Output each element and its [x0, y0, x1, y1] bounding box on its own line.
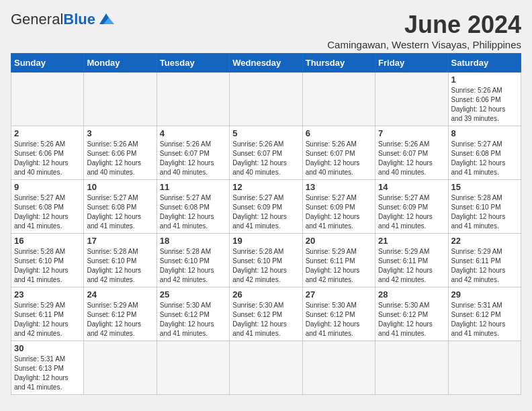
- day-number: 21: [378, 236, 445, 246]
- day-info: Sunrise: 5:26 AM Sunset: 6:06 PM Dayligh…: [451, 86, 518, 124]
- day-number: 3: [87, 128, 153, 138]
- weekday-header-friday: Friday: [375, 54, 448, 73]
- calendar-day-cell: 23Sunrise: 5:29 AM Sunset: 6:11 PM Dayli…: [11, 287, 84, 341]
- calendar-day-cell: 12Sunrise: 5:27 AM Sunset: 6:09 PM Dayli…: [230, 180, 302, 234]
- logo-blue-text: Blue: [63, 11, 95, 28]
- day-number: 8: [451, 128, 518, 138]
- calendar-day-cell: 15Sunrise: 5:28 AM Sunset: 6:10 PM Dayli…: [448, 180, 521, 234]
- calendar-day-cell: 19Sunrise: 5:28 AM Sunset: 6:10 PM Dayli…: [230, 234, 302, 287]
- calendar-day-cell: 9Sunrise: 5:27 AM Sunset: 6:08 PM Daylig…: [11, 180, 84, 234]
- day-number: 24: [87, 289, 153, 300]
- day-number: 14: [378, 182, 445, 192]
- day-info: Sunrise: 5:30 AM Sunset: 6:12 PM Dayligh…: [232, 301, 299, 338]
- calendar-day-cell: [302, 341, 375, 395]
- day-number: 11: [160, 182, 226, 192]
- day-number: 29: [451, 289, 518, 300]
- calendar-day-cell: 2Sunrise: 5:26 AM Sunset: 6:06 PM Daylig…: [11, 126, 84, 180]
- calendar-day-cell: 4Sunrise: 5:26 AM Sunset: 6:07 PM Daylig…: [157, 126, 229, 180]
- day-number: 17: [87, 236, 153, 246]
- day-info: Sunrise: 5:27 AM Sunset: 6:09 PM Dayligh…: [378, 193, 445, 231]
- day-number: 30: [14, 343, 81, 353]
- calendar-day-cell: 16Sunrise: 5:28 AM Sunset: 6:10 PM Dayli…: [11, 234, 84, 287]
- day-number: 7: [378, 128, 445, 138]
- calendar-day-cell: 22Sunrise: 5:29 AM Sunset: 6:11 PM Dayli…: [448, 234, 521, 287]
- day-number: 22: [451, 236, 518, 246]
- day-number: 27: [306, 289, 372, 300]
- calendar-day-cell: 28Sunrise: 5:30 AM Sunset: 6:12 PM Dayli…: [375, 287, 448, 341]
- day-info: Sunrise: 5:28 AM Sunset: 6:10 PM Dayligh…: [451, 193, 518, 231]
- day-number: 19: [232, 236, 299, 246]
- day-info: Sunrise: 5:30 AM Sunset: 6:12 PM Dayligh…: [160, 301, 226, 338]
- calendar-day-cell: [375, 341, 448, 395]
- calendar-day-cell: 18Sunrise: 5:28 AM Sunset: 6:10 PM Dayli…: [157, 234, 229, 287]
- calendar-day-cell: 13Sunrise: 5:27 AM Sunset: 6:09 PM Dayli…: [302, 180, 375, 234]
- day-number: 18: [160, 236, 226, 246]
- day-info: Sunrise: 5:29 AM Sunset: 6:11 PM Dayligh…: [451, 247, 518, 285]
- day-info: Sunrise: 5:28 AM Sunset: 6:10 PM Dayligh…: [87, 247, 153, 285]
- location-subtitle: Camingawan, Western Visayas, Philippines: [327, 39, 521, 50]
- day-number: 9: [14, 182, 81, 192]
- day-info: Sunrise: 5:26 AM Sunset: 6:07 PM Dayligh…: [232, 140, 299, 177]
- day-info: Sunrise: 5:31 AM Sunset: 6:12 PM Dayligh…: [451, 301, 518, 338]
- day-number: 20: [306, 236, 372, 246]
- day-info: Sunrise: 5:29 AM Sunset: 6:11 PM Dayligh…: [14, 301, 81, 338]
- day-info: Sunrise: 5:28 AM Sunset: 6:10 PM Dayligh…: [160, 247, 226, 285]
- day-info: Sunrise: 5:26 AM Sunset: 6:06 PM Dayligh…: [87, 140, 153, 177]
- calendar-day-cell: 24Sunrise: 5:29 AM Sunset: 6:12 PM Dayli…: [84, 287, 157, 341]
- calendar-day-cell: 1Sunrise: 5:26 AM Sunset: 6:06 PM Daylig…: [448, 73, 521, 126]
- calendar-week-row: 2Sunrise: 5:26 AM Sunset: 6:06 PM Daylig…: [11, 126, 521, 180]
- calendar-table: SundayMondayTuesdayWednesdayThursdayFrid…: [11, 53, 521, 395]
- title-area: June 2024 Camingawan, Western Visayas, P…: [327, 11, 521, 50]
- day-number: 28: [378, 289, 445, 300]
- day-number: 15: [451, 182, 518, 192]
- calendar-day-cell: 14Sunrise: 5:27 AM Sunset: 6:09 PM Dayli…: [375, 180, 448, 234]
- calendar-day-cell: 5Sunrise: 5:26 AM Sunset: 6:07 PM Daylig…: [230, 126, 302, 180]
- calendar-day-cell: 6Sunrise: 5:26 AM Sunset: 6:07 PM Daylig…: [302, 126, 375, 180]
- day-info: Sunrise: 5:26 AM Sunset: 6:07 PM Dayligh…: [378, 140, 445, 177]
- day-info: Sunrise: 5:28 AM Sunset: 6:10 PM Dayligh…: [232, 247, 299, 285]
- day-number: 2: [14, 128, 81, 138]
- day-number: 26: [232, 289, 299, 300]
- calendar-day-cell: [230, 73, 302, 126]
- day-info: Sunrise: 5:27 AM Sunset: 6:08 PM Dayligh…: [14, 193, 81, 231]
- day-number: 23: [14, 289, 81, 300]
- calendar-day-cell: 21Sunrise: 5:29 AM Sunset: 6:11 PM Dayli…: [375, 234, 448, 287]
- logo-icon: [97, 12, 116, 27]
- header-section: GeneralBlue June 2024 Camingawan, Wester…: [11, 11, 521, 50]
- weekday-header-monday: Monday: [84, 54, 157, 73]
- weekday-header-thursday: Thursday: [302, 54, 375, 73]
- calendar-day-cell: 7Sunrise: 5:26 AM Sunset: 6:07 PM Daylig…: [375, 126, 448, 180]
- calendar-day-cell: 30Sunrise: 5:31 AM Sunset: 6:13 PM Dayli…: [11, 341, 84, 395]
- calendar-day-cell: [375, 73, 448, 126]
- calendar-week-row: 16Sunrise: 5:28 AM Sunset: 6:10 PM Dayli…: [11, 234, 521, 287]
- logo-area: GeneralBlue: [11, 11, 116, 28]
- day-info: Sunrise: 5:27 AM Sunset: 6:08 PM Dayligh…: [87, 193, 153, 231]
- calendar-day-cell: 29Sunrise: 5:31 AM Sunset: 6:12 PM Dayli…: [448, 287, 521, 341]
- logo-general-text: General: [11, 11, 63, 28]
- weekday-header-tuesday: Tuesday: [157, 54, 229, 73]
- day-number: 13: [306, 182, 372, 192]
- day-info: Sunrise: 5:27 AM Sunset: 6:08 PM Dayligh…: [451, 140, 518, 177]
- day-number: 1: [451, 75, 518, 85]
- day-info: Sunrise: 5:30 AM Sunset: 6:12 PM Dayligh…: [306, 301, 372, 338]
- calendar-week-row: 9Sunrise: 5:27 AM Sunset: 6:08 PM Daylig…: [11, 180, 521, 234]
- calendar-day-cell: 11Sunrise: 5:27 AM Sunset: 6:08 PM Dayli…: [157, 180, 229, 234]
- calendar-day-cell: 8Sunrise: 5:27 AM Sunset: 6:08 PM Daylig…: [448, 126, 521, 180]
- calendar-day-cell: 20Sunrise: 5:29 AM Sunset: 6:11 PM Dayli…: [302, 234, 375, 287]
- day-number: 25: [160, 289, 226, 300]
- calendar-day-cell: [11, 73, 84, 126]
- calendar-week-row: 23Sunrise: 5:29 AM Sunset: 6:11 PM Dayli…: [11, 287, 521, 341]
- calendar-day-cell: [230, 341, 302, 395]
- calendar-day-cell: [84, 341, 157, 395]
- day-info: Sunrise: 5:27 AM Sunset: 6:09 PM Dayligh…: [306, 193, 372, 231]
- day-number: 5: [232, 128, 299, 138]
- calendar-day-cell: 17Sunrise: 5:28 AM Sunset: 6:10 PM Dayli…: [84, 234, 157, 287]
- day-info: Sunrise: 5:27 AM Sunset: 6:09 PM Dayligh…: [232, 193, 299, 231]
- weekday-header-row: SundayMondayTuesdayWednesdayThursdayFrid…: [11, 54, 521, 73]
- calendar-day-cell: [302, 73, 375, 126]
- day-info: Sunrise: 5:26 AM Sunset: 6:06 PM Dayligh…: [14, 140, 81, 177]
- weekday-header-saturday: Saturday: [448, 54, 521, 73]
- day-info: Sunrise: 5:26 AM Sunset: 6:07 PM Dayligh…: [306, 140, 372, 177]
- calendar-day-cell: [448, 341, 521, 395]
- day-number: 16: [14, 236, 81, 246]
